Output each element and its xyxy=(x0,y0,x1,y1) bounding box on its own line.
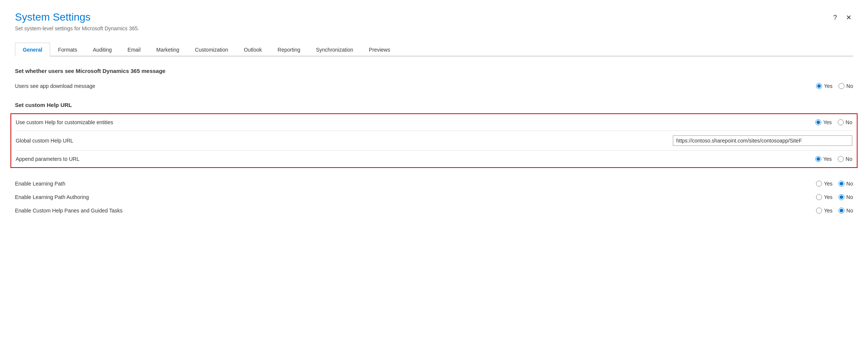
header-controls: ? ✕ xyxy=(832,11,853,22)
append-parameters-row: Append parameters to URL Yes No xyxy=(16,152,852,166)
append-parameters-no-radio[interactable] xyxy=(838,156,844,162)
enable-learning-path-authoring-label: Enable Learning Path Authoring xyxy=(15,194,756,200)
custom-help-url-section: Set custom Help URL Use custom Help for … xyxy=(15,102,853,168)
app-download-radio-group: Yes No xyxy=(816,83,853,89)
app-download-yes-option[interactable]: Yes xyxy=(816,83,832,89)
tab-outlook[interactable]: Outlook xyxy=(236,43,270,56)
tab-auditing[interactable]: Auditing xyxy=(85,43,120,56)
use-custom-help-no-label: No xyxy=(846,119,852,125)
enable-custom-help-panes-no-label: No xyxy=(846,208,853,214)
enable-custom-help-panes-yes-radio[interactable] xyxy=(816,208,822,214)
enable-learning-path-label: Enable Learning Path xyxy=(15,181,756,187)
highlighted-help-section: Use custom Help for customizable entitie… xyxy=(10,113,858,168)
use-custom-help-label: Use custom Help for customizable entitie… xyxy=(16,119,755,125)
dialog-header: System Settings Set system-level setting… xyxy=(15,11,853,31)
divider-2 xyxy=(16,150,852,151)
use-custom-help-controls: Yes No xyxy=(755,119,852,125)
enable-learning-path-authoring-controls: Yes No xyxy=(756,194,853,200)
enable-learning-path-no-label: No xyxy=(846,181,853,187)
custom-help-url-heading: Set custom Help URL xyxy=(15,102,853,108)
dialog-title: System Settings xyxy=(15,11,832,23)
tab-synchronization[interactable]: Synchronization xyxy=(308,43,361,56)
global-custom-help-url-row: Global custom Help URL xyxy=(16,132,852,149)
system-settings-dialog: System Settings Set system-level setting… xyxy=(0,0,868,343)
global-custom-help-url-controls xyxy=(673,135,852,146)
append-parameters-label: Append parameters to URL xyxy=(16,156,755,162)
enable-custom-help-panes-yes-label: Yes xyxy=(824,208,832,214)
enable-learning-path-controls: Yes No xyxy=(756,181,853,187)
use-custom-help-no-radio[interactable] xyxy=(838,119,844,125)
enable-custom-help-panes-controls: Yes No xyxy=(756,208,853,214)
dynamics-message-heading: Set whether users see Microsoft Dynamics… xyxy=(15,68,853,74)
enable-learning-path-yes-option[interactable]: Yes xyxy=(816,181,832,187)
app-download-yes-radio[interactable] xyxy=(816,83,822,89)
global-custom-help-url-input[interactable] xyxy=(673,135,852,146)
dynamics-message-section: Set whether users see Microsoft Dynamics… xyxy=(15,68,853,93)
tab-marketing[interactable]: Marketing xyxy=(148,43,187,56)
app-download-message-row: Users see app download message Yes No xyxy=(15,79,853,93)
append-parameters-no-option[interactable]: No xyxy=(838,156,852,162)
dialog-subtitle: Set system-level settings for Microsoft … xyxy=(15,25,832,31)
append-parameters-yes-radio[interactable] xyxy=(815,156,821,162)
append-parameters-controls: Yes No xyxy=(755,156,852,162)
tab-reporting[interactable]: Reporting xyxy=(270,43,308,56)
enable-learning-path-authoring-yes-label: Yes xyxy=(824,194,832,200)
enable-custom-help-panes-yes-option[interactable]: Yes xyxy=(816,208,832,214)
close-button[interactable]: ✕ xyxy=(844,13,853,22)
enable-learning-path-yes-radio[interactable] xyxy=(816,181,822,187)
app-download-no-option[interactable]: No xyxy=(838,83,853,89)
append-parameters-yes-option[interactable]: Yes xyxy=(815,156,832,162)
use-custom-help-yes-radio[interactable] xyxy=(815,119,821,125)
app-download-no-label: No xyxy=(846,83,853,89)
tab-general[interactable]: General xyxy=(15,43,50,56)
app-download-no-radio[interactable] xyxy=(838,83,844,89)
title-area: System Settings Set system-level setting… xyxy=(15,11,832,31)
content-area: Set whether users see Microsoft Dynamics… xyxy=(15,56,853,217)
enable-custom-help-panes-label: Enable Custom Help Panes and Guided Task… xyxy=(15,208,756,214)
tab-customization[interactable]: Customization xyxy=(187,43,236,56)
tabs-bar: General Formats Auditing Email Marketing… xyxy=(15,43,853,56)
enable-learning-path-authoring-yes-radio[interactable] xyxy=(816,194,822,200)
tab-previews[interactable]: Previews xyxy=(361,43,398,56)
enable-custom-help-panes-no-radio[interactable] xyxy=(838,208,844,214)
learning-section: Enable Learning Path Yes No xyxy=(15,177,853,217)
enable-learning-path-row: Enable Learning Path Yes No xyxy=(15,177,853,190)
enable-learning-path-authoring-no-label: No xyxy=(846,194,853,200)
app-download-yes-label: Yes xyxy=(824,83,832,89)
enable-learning-path-authoring-radio-group: Yes No xyxy=(816,194,853,200)
enable-learning-path-radio-group: Yes No xyxy=(816,181,853,187)
enable-learning-path-authoring-row: Enable Learning Path Authoring Yes No xyxy=(15,190,853,204)
enable-custom-help-panes-no-option[interactable]: No xyxy=(838,208,853,214)
use-custom-help-no-option[interactable]: No xyxy=(838,119,852,125)
enable-learning-path-no-radio[interactable] xyxy=(838,181,844,187)
use-custom-help-radio-group: Yes No xyxy=(815,119,852,125)
tab-email[interactable]: Email xyxy=(120,43,148,56)
enable-learning-path-yes-label: Yes xyxy=(824,181,832,187)
use-custom-help-row: Use custom Help for customizable entitie… xyxy=(16,116,852,129)
append-parameters-no-label: No xyxy=(846,156,852,162)
enable-custom-help-panes-row: Enable Custom Help Panes and Guided Task… xyxy=(15,204,853,217)
append-parameters-radio-group: Yes No xyxy=(815,156,852,162)
enable-learning-path-authoring-yes-option[interactable]: Yes xyxy=(816,194,832,200)
use-custom-help-yes-label: Yes xyxy=(823,119,832,125)
append-parameters-yes-label: Yes xyxy=(823,156,832,162)
enable-custom-help-panes-radio-group: Yes No xyxy=(816,208,853,214)
enable-learning-path-authoring-no-option[interactable]: No xyxy=(838,194,853,200)
global-custom-help-url-label: Global custom Help URL xyxy=(16,138,673,144)
tab-formats[interactable]: Formats xyxy=(50,43,85,56)
use-custom-help-yes-option[interactable]: Yes xyxy=(815,119,832,125)
help-button[interactable]: ? xyxy=(832,13,838,22)
enable-learning-path-authoring-no-radio[interactable] xyxy=(838,194,844,200)
divider-1 xyxy=(16,131,852,131)
app-download-message-controls: Yes No xyxy=(756,83,853,89)
app-download-message-label: Users see app download message xyxy=(15,83,756,89)
enable-learning-path-no-option[interactable]: No xyxy=(838,181,853,187)
